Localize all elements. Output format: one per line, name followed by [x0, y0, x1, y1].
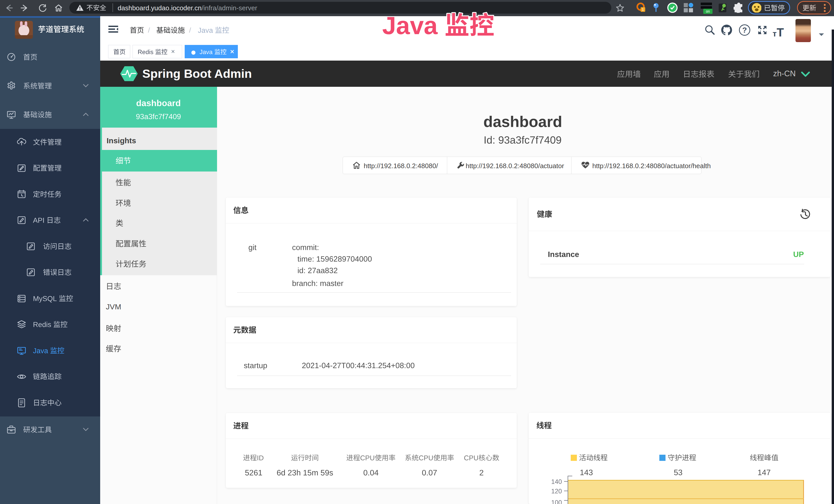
- svg-text:on: on: [706, 9, 710, 13]
- svg-text:1: 1: [642, 7, 644, 12]
